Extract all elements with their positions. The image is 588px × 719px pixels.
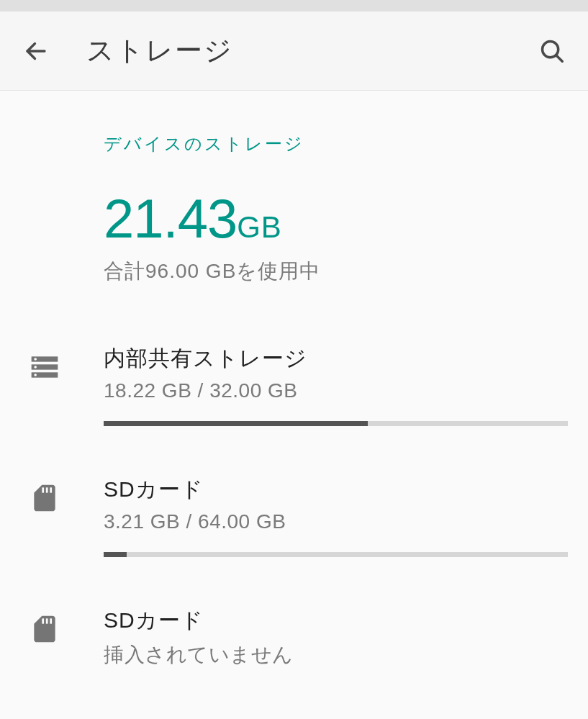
storage-item-title: 内部共有ストレージ [104, 344, 568, 374]
summary-unit: GB [237, 210, 282, 244]
storage-item-internal[interactable]: 内部共有ストレージ 18.22 GB / 32.00 GB [104, 320, 568, 451]
storage-icon [29, 351, 60, 383]
storage-item-title: SDカード [104, 606, 568, 636]
summary-value: 21.43 [104, 188, 237, 249]
page-title: ストレージ [86, 32, 536, 69]
storage-item-subtext: 3.21 GB / 64.00 GB [104, 510, 568, 533]
section-label: デバイスのストレージ [104, 91, 568, 191]
app-bar: ストレージ [0, 12, 588, 91]
progress-bar [104, 421, 568, 426]
search-button[interactable] [536, 35, 568, 67]
progress-fill [104, 421, 368, 426]
svg-rect-9 [42, 487, 44, 492]
svg-rect-11 [50, 487, 52, 492]
progress-bar [104, 552, 568, 557]
svg-rect-12 [42, 618, 44, 623]
sd-card-icon [29, 613, 60, 645]
svg-rect-14 [50, 618, 52, 623]
storage-item-subtext: 挿入されていません [104, 641, 568, 669]
summary-amount: 21.43GB [104, 191, 568, 246]
svg-point-8 [34, 374, 37, 376]
sd-card-icon [29, 482, 60, 514]
search-icon [538, 37, 566, 65]
svg-point-7 [34, 366, 37, 368]
arrow-back-icon [23, 38, 49, 64]
storage-item-title: SDカード [104, 475, 568, 505]
progress-fill [104, 552, 127, 557]
content: デバイスのストレージ 21.43GB 合計96.00 GBを使用中 内部共有スト… [0, 91, 588, 693]
svg-rect-13 [46, 618, 48, 623]
svg-line-2 [556, 55, 563, 61]
storage-item-subtext: 18.22 GB / 32.00 GB [104, 379, 568, 402]
storage-item-sdcard-1[interactable]: SDカード 3.21 GB / 64.00 GB [104, 451, 568, 582]
svg-point-6 [34, 358, 37, 361]
summary-subtext: 合計96.00 GBを使用中 [104, 258, 568, 285]
status-bar [0, 0, 588, 12]
storage-summary: 21.43GB 合計96.00 GBを使用中 [104, 191, 568, 320]
svg-rect-10 [46, 487, 48, 492]
back-button[interactable] [20, 35, 52, 67]
storage-item-sdcard-2[interactable]: SDカード 挿入されていません [104, 582, 568, 693]
